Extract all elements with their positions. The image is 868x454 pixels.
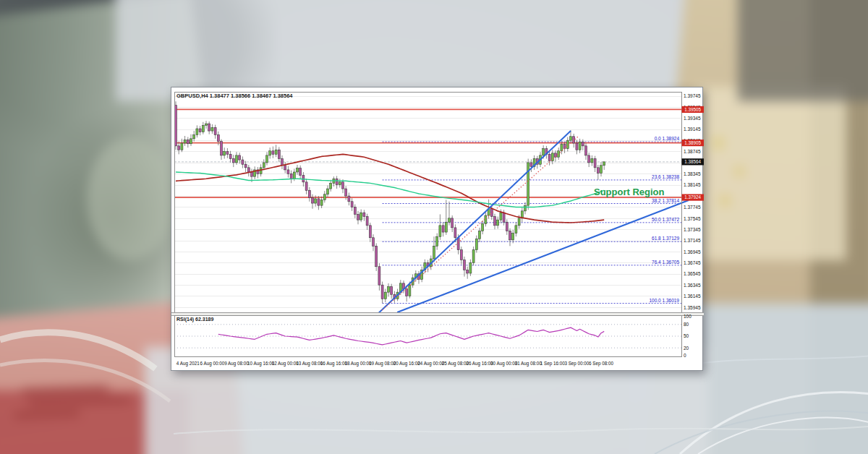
svg-text:61.8 1.37129: 61.8 1.37129 bbox=[652, 236, 679, 241]
svg-text:1.37924: 1.37924 bbox=[684, 194, 701, 200]
svg-text:50.0 1.37472: 50.0 1.37472 bbox=[652, 217, 679, 222]
svg-text:24 Aug 00:00: 24 Aug 00:00 bbox=[417, 361, 445, 367]
svg-text:1.38745: 1.38745 bbox=[684, 149, 701, 154]
svg-text:1.37145: 1.37145 bbox=[684, 238, 701, 243]
svg-text:16 Aug 16:00: 16 Aug 16:00 bbox=[320, 361, 348, 367]
svg-text:1.36945: 1.36945 bbox=[684, 249, 701, 254]
svg-text:1.39505: 1.39505 bbox=[684, 107, 701, 112]
svg-text:4 Aug 2021: 4 Aug 2021 bbox=[176, 361, 200, 367]
svg-text:50: 50 bbox=[684, 333, 689, 338]
symbol-ohlc-header: GBPUSD,H4 1.38477 1.38566 1.38467 1.3856… bbox=[176, 93, 293, 99]
svg-text:100.0 1.36019: 100.0 1.36019 bbox=[649, 298, 679, 303]
svg-text:1.37345: 1.37345 bbox=[684, 227, 701, 232]
svg-text:3 Sep 00:00: 3 Sep 00:00 bbox=[564, 361, 589, 367]
svg-text:6 Aug 00:00: 6 Aug 00:00 bbox=[200, 361, 225, 367]
svg-text:31 Aug 08:00: 31 Aug 08:00 bbox=[515, 361, 542, 367]
svg-text:1.37545: 1.37545 bbox=[684, 216, 701, 221]
svg-text:13 Aug 08:00: 13 Aug 08:00 bbox=[296, 361, 323, 367]
svg-text:38.2 1.37814: 38.2 1.37814 bbox=[652, 198, 679, 203]
svg-text:9 Aug 08:00: 9 Aug 08:00 bbox=[224, 361, 249, 367]
svg-text:1.37745: 1.37745 bbox=[684, 205, 701, 210]
svg-text:30 Aug 00:00: 30 Aug 00:00 bbox=[490, 361, 518, 367]
svg-text:1.38564: 1.38564 bbox=[684, 159, 701, 164]
svg-text:1.39345: 1.39345 bbox=[684, 116, 701, 121]
svg-text:18 Aug 00:00: 18 Aug 00:00 bbox=[344, 361, 372, 367]
mt4-chart-window[interactable]: 1.397451.395451.393451.391451.389451.387… bbox=[171, 87, 703, 371]
svg-text:1.36145: 1.36145 bbox=[684, 294, 701, 299]
rsi-indicator-label: RSI(14) 62.3189 bbox=[176, 317, 213, 322]
svg-text:1.36545: 1.36545 bbox=[684, 271, 701, 276]
svg-text:20: 20 bbox=[684, 346, 689, 351]
svg-text:1.36745: 1.36745 bbox=[684, 260, 701, 265]
svg-text:1 Sep 16:00: 1 Sep 16:00 bbox=[540, 361, 565, 367]
svg-text:0.0 1.38924: 0.0 1.38924 bbox=[655, 136, 680, 141]
svg-text:1.35945: 1.35945 bbox=[684, 305, 701, 310]
svg-text:1.39745: 1.39745 bbox=[684, 93, 701, 98]
svg-text:1.36345: 1.36345 bbox=[684, 283, 701, 288]
svg-text:1.38145: 1.38145 bbox=[684, 182, 701, 187]
svg-text:19 Aug 08:00: 19 Aug 08:00 bbox=[369, 361, 396, 367]
svg-text:100: 100 bbox=[684, 314, 692, 319]
svg-text:12 Aug 00:00: 12 Aug 00:00 bbox=[272, 361, 299, 367]
price-chart-canvas[interactable]: 1.397451.395451.393451.391451.389451.387… bbox=[171, 87, 704, 372]
svg-text:1.38345: 1.38345 bbox=[684, 171, 701, 176]
svg-text:0: 0 bbox=[684, 353, 686, 358]
screenshot-stage: 1.397451.395451.393451.391451.389451.387… bbox=[0, 0, 868, 454]
svg-text:25 Aug 08:00: 25 Aug 08:00 bbox=[442, 361, 469, 367]
svg-text:1.38905: 1.38905 bbox=[684, 140, 701, 145]
svg-text:76.4 1.36705: 76.4 1.36705 bbox=[652, 260, 679, 265]
svg-text:26 Aug 16:00: 26 Aug 16:00 bbox=[466, 361, 493, 367]
svg-text:20 Aug 16:00: 20 Aug 16:00 bbox=[393, 361, 421, 367]
svg-text:1.39145: 1.39145 bbox=[684, 127, 701, 132]
svg-text:6 Sep 08:00: 6 Sep 08:00 bbox=[589, 361, 613, 367]
support-region-annotation: Support Region bbox=[594, 187, 665, 197]
svg-text:80: 80 bbox=[684, 322, 689, 327]
svg-text:10 Aug 16:00: 10 Aug 16:00 bbox=[247, 361, 275, 367]
svg-text:23.6 1.38238: 23.6 1.38238 bbox=[652, 174, 679, 179]
